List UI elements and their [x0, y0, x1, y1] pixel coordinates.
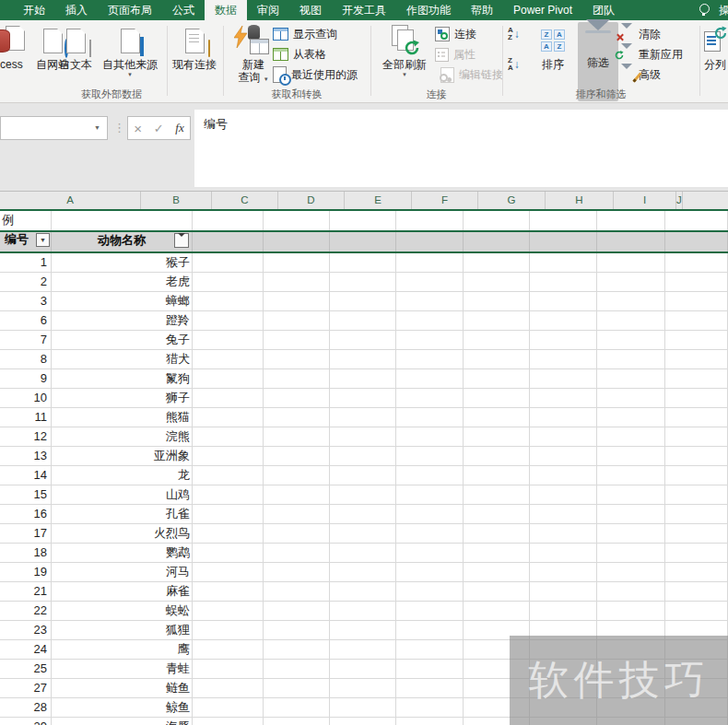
- cell-animal-name[interactable]: 鬣狗: [52, 369, 193, 389]
- show-queries-button[interactable]: 显示查询: [273, 25, 337, 43]
- column-header[interactable]: B: [141, 192, 212, 209]
- cell-id[interactable]: 6: [0, 311, 52, 331]
- filter-dropdown-button[interactable]: ▼: [36, 233, 50, 247]
- cell-animal-name[interactable]: 河马: [52, 563, 193, 582]
- header-cell-name[interactable]: 动物名称: [52, 232, 193, 251]
- cell-animal-name[interactable]: 孔雀: [52, 505, 193, 524]
- filter-applied-button[interactable]: [174, 233, 189, 248]
- cell-animal-name[interactable]: 兔子: [52, 331, 193, 350]
- from-table-button[interactable]: 从表格: [273, 45, 326, 64]
- cell-id[interactable]: 21: [0, 582, 52, 602]
- cell-id[interactable]: 10: [0, 389, 52, 408]
- insert-function-icon[interactable]: fx: [175, 121, 183, 135]
- cell-animal-name[interactable]: 青蛙: [52, 660, 193, 679]
- cell-id[interactable]: 9: [0, 369, 52, 389]
- cell-animal-name[interactable]: 火烈鸟: [52, 524, 193, 544]
- cell-id[interactable]: 16: [0, 505, 52, 524]
- cell-animal-name[interactable]: 蟑螂: [52, 292, 193, 311]
- from-text-button[interactable]: 自文本: [53, 24, 98, 71]
- cell-id[interactable]: 18: [0, 544, 52, 563]
- cell-id[interactable]: 11: [0, 408, 52, 427]
- cell-animal-name[interactable]: 狮子: [52, 389, 193, 408]
- cell-id[interactable]: 15: [0, 485, 52, 505]
- cell-id[interactable]: 3: [0, 292, 52, 311]
- cell-animal-name[interactable]: 猴子: [52, 253, 193, 273]
- column-header[interactable]: J: [676, 192, 683, 209]
- cell-animal-name[interactable]: 麻雀: [52, 582, 193, 602]
- cell-animal-name[interactable]: 蜈蚣: [52, 602, 193, 621]
- cell-id[interactable]: 17: [0, 524, 52, 544]
- cell-id[interactable]: 14: [0, 466, 52, 485]
- ribbon-tab[interactable]: 审阅: [247, 0, 289, 20]
- ribbon-tab[interactable]: 作图功能: [396, 0, 461, 20]
- chevron-down-icon[interactable]: ▼: [94, 124, 100, 131]
- ribbon-tab[interactable]: 数据: [205, 0, 247, 20]
- refresh-all-button[interactable]: 全部刷新 ▼: [376, 24, 433, 78]
- sort-ascending-button[interactable]: AZ ↓: [508, 25, 520, 43]
- cell-animal-name[interactable]: 浣熊: [52, 427, 193, 447]
- ribbon-tab[interactable]: 开始: [13, 0, 55, 20]
- column-header[interactable]: I: [614, 192, 676, 209]
- cell-animal-name[interactable]: 亚洲象: [52, 447, 193, 466]
- text-to-columns-button[interactable]: 分列: [704, 24, 728, 71]
- cell-id[interactable]: 19: [0, 563, 52, 582]
- name-box[interactable]: ▼: [0, 116, 108, 140]
- ribbon-tab[interactable]: 公式: [162, 0, 205, 20]
- ribbon-tab[interactable]: 页面布局: [98, 0, 162, 20]
- cell-id[interactable]: 28: [0, 698, 52, 718]
- cell-id[interactable]: 8: [0, 350, 52, 369]
- new-query-button[interactable]: 新建 查询 ▼: [232, 24, 275, 84]
- ribbon-tab[interactable]: 团队: [582, 0, 625, 20]
- column-header[interactable]: C: [212, 192, 278, 209]
- cancel-icon[interactable]: ×: [134, 121, 142, 136]
- column-header[interactable]: F: [412, 192, 478, 209]
- ribbon-tab[interactable]: 开发工具: [332, 0, 396, 20]
- ribbon-tab[interactable]: Power Pivot: [503, 0, 582, 20]
- connections-button[interactable]: 连接: [435, 25, 476, 43]
- cell-animal-name[interactable]: 山鸡: [52, 485, 193, 505]
- cell-title-partial[interactable]: 例: [0, 211, 52, 230]
- cell-animal-name[interactable]: 狐狸: [52, 621, 193, 640]
- cell-animal-name[interactable]: 鹰: [52, 640, 193, 660]
- cell-id[interactable]: 2: [0, 273, 52, 292]
- ribbon-tab[interactable]: 帮助: [461, 0, 503, 20]
- sort-button[interactable]: ZA AZ 排序: [533, 24, 573, 71]
- column-header[interactable]: H: [546, 192, 614, 209]
- cell-animal-name[interactable]: 蹬羚: [52, 311, 193, 331]
- column-header[interactable]: D: [278, 192, 345, 209]
- sort-descending-button[interactable]: ZA ↓: [508, 55, 520, 74]
- cell-id[interactable]: 13: [0, 447, 52, 466]
- cell-id[interactable]: 22: [0, 602, 52, 621]
- cell-animal-name[interactable]: 海豚: [52, 718, 193, 725]
- ribbon-tab[interactable]: 视图: [289, 0, 332, 20]
- clear-filter-button[interactable]: 清除: [621, 25, 661, 43]
- cell-id[interactable]: 25: [0, 660, 52, 679]
- cell-animal-name[interactable]: 鲸鱼: [52, 698, 193, 718]
- cell-id[interactable]: 24: [0, 640, 52, 660]
- cell-id[interactable]: 27: [0, 679, 52, 698]
- formula-bar-input[interactable]: 编号: [194, 110, 728, 187]
- cell-id[interactable]: 7: [0, 331, 52, 350]
- cell-animal-name[interactable]: 龙: [52, 466, 193, 485]
- cell-animal-name[interactable]: 老虎: [52, 273, 193, 292]
- cell-animal-name[interactable]: 鹦鹉: [52, 544, 193, 563]
- advanced-filter-button[interactable]: 高级: [621, 65, 661, 84]
- column-header[interactable]: G: [478, 192, 546, 209]
- column-header[interactable]: E: [345, 192, 412, 209]
- cell-id[interactable]: 23: [0, 621, 52, 640]
- column-header[interactable]: A: [0, 192, 141, 209]
- header-cell-id[interactable]: 编号 ▼: [0, 232, 52, 251]
- cell-animal-name[interactable]: 熊猫: [52, 408, 193, 427]
- cell-animal-name[interactable]: 猎犬: [52, 350, 193, 369]
- tell-me-search[interactable]: 操: [699, 0, 728, 20]
- cell-id[interactable]: 1: [0, 253, 52, 273]
- from-other-sources-button[interactable]: 自其他来源 ▼: [95, 24, 165, 78]
- enter-icon[interactable]: ✓: [154, 122, 164, 135]
- existing-connections-button[interactable]: 现有连接: [170, 24, 219, 71]
- cell-id[interactable]: 12: [0, 427, 52, 447]
- recent-sources-button[interactable]: 最近使用的源: [273, 65, 358, 84]
- reapply-filter-button[interactable]: 重新应用: [621, 45, 683, 64]
- ribbon-tab[interactable]: 插入: [55, 0, 98, 20]
- cell-animal-name[interactable]: 鲢鱼: [52, 679, 193, 698]
- cell-id[interactable]: 29: [0, 718, 52, 725]
